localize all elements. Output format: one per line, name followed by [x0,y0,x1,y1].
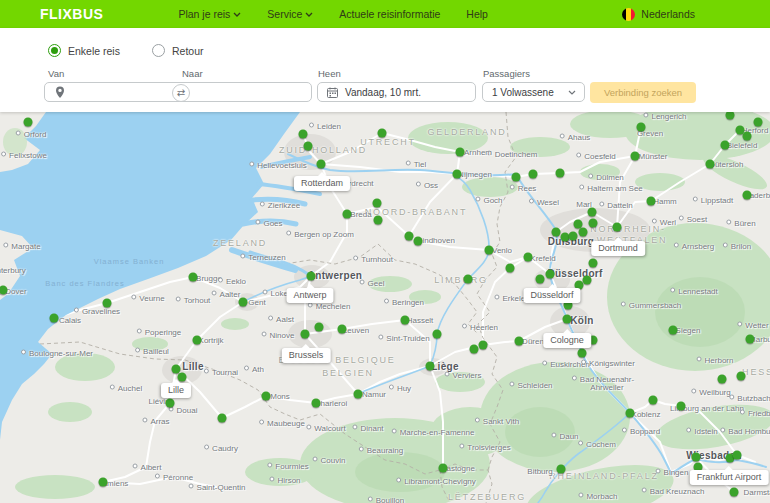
bus-stop-marker[interactable] [536,275,545,284]
bus-stop-marker[interactable] [304,142,313,151]
language-selector[interactable]: Nederlands [622,8,695,21]
bus-stop-marker[interactable] [730,488,739,497]
bus-stop-marker[interactable] [99,478,108,487]
map-canvas[interactable]: ZUID-HOLLANDUTRECHTGELDERLANDNOORD-BRABA… [0,112,770,503]
bus-stop-marker[interactable] [613,223,622,232]
bus-stop-marker[interactable] [733,451,742,460]
search-connection-button[interactable]: Verbinding zoeken [590,82,696,103]
from-to-field[interactable]: ⇄ [44,82,312,102]
passengers-select[interactable]: 1 Volwassene [482,82,585,102]
bus-stop-marker[interactable] [373,199,382,208]
bus-stop-marker[interactable] [470,345,479,354]
bus-stop-marker[interactable] [563,315,572,324]
bus-stop-marker[interactable] [317,160,326,169]
stop-tooltip[interactable]: Dortmund [591,241,645,256]
stop-tooltip[interactable]: Frankfurt Airport [690,470,769,485]
bus-stop-marker[interactable] [647,197,656,206]
bus-stop-marker[interactable] [569,232,578,241]
bus-stop-marker[interactable] [737,372,746,381]
stop-tooltip[interactable]: Brussels [282,348,331,363]
bus-stop-marker[interactable] [439,464,448,473]
bus-stop-marker[interactable] [374,216,383,225]
bus-stop-marker[interactable] [401,316,410,325]
bus-stop-marker[interactable] [479,341,488,350]
nav-help[interactable]: Help [466,8,488,20]
bus-stop-marker[interactable] [589,259,598,268]
bus-stop-marker[interactable] [189,273,198,282]
bus-stop-marker[interactable] [552,228,561,237]
bus-stop-marker[interactable] [524,253,533,262]
radio-retour[interactable]: Retour [152,44,204,57]
bus-stop-marker[interactable] [588,208,597,217]
bus-stop-marker[interactable] [718,375,727,384]
bus-stop-marker[interactable] [464,275,473,284]
stop-tooltip[interactable]: Cologne [543,333,591,348]
bus-stop-marker[interactable] [103,299,112,308]
bus-stop-marker[interactable] [637,123,646,132]
bus-stop-marker[interactable] [631,152,640,161]
map-city-label: Gent [248,298,265,307]
bus-stop-marker[interactable] [529,170,538,179]
flixbus-logo[interactable]: FLIXBUS [40,6,103,22]
bus-stop-marker[interactable] [405,232,414,241]
bus-stop-marker[interactable] [721,141,730,150]
bus-stop-marker[interactable] [754,118,763,127]
bus-stop-marker[interactable] [24,118,33,127]
bus-stop-marker[interactable] [669,326,678,335]
bus-stop-marker[interactable] [193,336,202,345]
bus-stop-marker[interactable] [706,160,715,169]
bus-stop-marker[interactable] [579,228,588,237]
bus-stop-marker[interactable] [50,314,59,323]
bus-stop-marker[interactable] [433,330,442,339]
bus-stop-marker[interactable] [453,170,462,179]
bus-stop-marker[interactable] [692,453,701,462]
radio-enkele-reis[interactable]: Enkele reis [48,44,120,57]
nav-actuele-reisinformatie[interactable]: Actuele reisinformatie [339,8,440,20]
bus-stop-marker[interactable] [557,465,566,474]
map-city-label: Arnsberg [674,242,714,251]
swap-locations-button[interactable]: ⇄ [172,84,190,102]
date-field[interactable]: Vandaag, 10 mrt. [317,82,476,102]
bus-stop-marker[interactable] [354,390,363,399]
bus-stop-marker[interactable] [343,210,352,219]
bus-stop-marker[interactable] [218,414,227,423]
bus-stop-marker[interactable] [677,402,686,411]
bus-stop-marker[interactable] [166,399,175,408]
bus-stop-marker[interactable] [414,237,423,246]
stop-tooltip[interactable]: Antwerp [286,288,333,303]
bus-stop-marker[interactable] [556,169,565,178]
bus-stop-marker[interactable] [307,272,316,281]
bus-stop-marker[interactable] [485,246,494,255]
stop-tooltip[interactable]: Düsseldorf [523,288,580,303]
bus-stop-marker[interactable] [299,130,308,139]
bus-stop-marker[interactable] [583,276,592,285]
bus-stop-marker[interactable] [649,396,658,405]
stop-tooltip[interactable]: Lille [161,383,191,398]
map-city-label: Veurne [131,294,164,303]
bus-stop-marker[interactable] [262,392,271,401]
bus-stop-marker[interactable] [746,335,755,344]
nav-plan-je-reis[interactable]: Plan je reis [178,8,241,20]
bus-stop-marker[interactable] [315,323,324,332]
nav-service[interactable]: Service [267,8,313,20]
bus-stop-marker[interactable] [626,409,635,418]
bus-stop-marker[interactable] [546,270,555,279]
bus-stop-marker[interactable] [378,129,387,138]
to-label: Naar [182,68,203,79]
bus-stop-marker[interactable] [578,349,587,358]
bus-stop-marker[interactable] [515,337,524,346]
bus-stop-marker[interactable] [312,399,321,408]
map-city-label: Boppard [622,427,660,436]
bus-stop-marker[interactable] [726,112,735,120]
bus-stop-marker[interactable] [512,173,521,182]
bus-stop-marker[interactable] [743,132,752,141]
bus-stop-marker[interactable] [338,325,347,334]
bus-stop-marker[interactable] [743,191,752,200]
bus-stop-marker[interactable] [589,219,598,228]
bus-stop-marker[interactable] [426,362,435,371]
bus-stop-marker[interactable] [301,330,310,339]
bus-stop-marker[interactable] [506,264,515,273]
bus-stop-marker[interactable] [239,298,248,307]
stop-tooltip[interactable]: Rotterdam [294,176,350,191]
bus-stop-marker[interactable] [456,148,465,157]
